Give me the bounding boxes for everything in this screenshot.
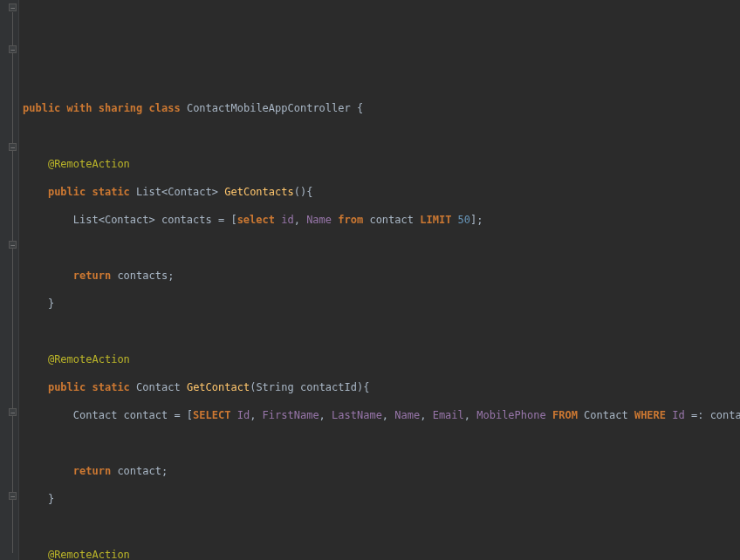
code-line [23,520,740,534]
code-line: return contact; [23,464,740,478]
code-line: Contact contact = [SELECT Id, FirstName,… [23,408,740,422]
code-line: @RemoteAction [23,157,740,171]
code-line: return contacts; [23,269,740,283]
fold-icon[interactable] [9,3,17,11]
code-line [23,436,740,450]
code-line [23,324,740,338]
code-line: public with sharing class ContactMobileA… [23,101,740,115]
code-editor[interactable]: public with sharing class ContactMobileA… [3,87,740,560]
code-line [23,241,740,255]
code-line: public static List<Contact> GetContacts(… [23,185,740,199]
code-line: @RemoteAction [23,352,740,366]
code-line [23,129,740,143]
code-line: List<Contact> contacts = [select id, Nam… [23,213,740,227]
code-line: } [23,297,740,311]
code-line: } [23,492,740,506]
code-line: @RemoteAction [23,548,740,560]
code-line: public static Contact GetContact(String … [23,380,740,394]
fold-icon[interactable] [9,45,17,53]
